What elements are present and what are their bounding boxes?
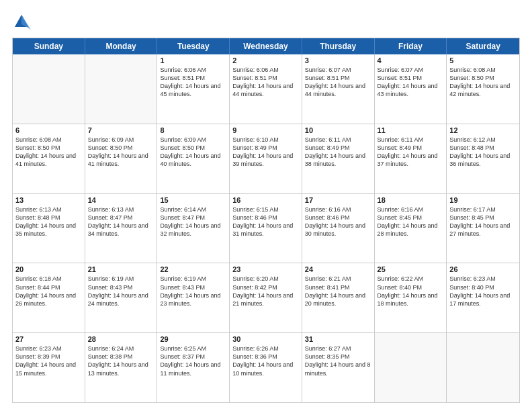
day-info: Sunrise: 6:15 AMSunset: 8:46 PMDaylight:… (232, 205, 299, 238)
day-info: Sunrise: 6:13 AMSunset: 8:47 PMDaylight:… (88, 205, 154, 238)
day-number: 4 (378, 56, 444, 64)
day-number: 18 (378, 196, 444, 204)
calendar-row-1: 6Sunrise: 6:08 AMSunset: 8:50 PMDaylight… (13, 124, 519, 193)
calendar-header: SundayMondayTuesdayWednesdayThursdayFrid… (13, 38, 519, 54)
day-number: 21 (88, 265, 154, 273)
day-info: Sunrise: 6:12 AMSunset: 8:48 PMDaylight:… (449, 136, 517, 169)
day-number: 26 (449, 265, 517, 273)
day-cell-15: 15Sunrise: 6:14 AMSunset: 8:47 PMDayligh… (157, 194, 230, 263)
day-info: Sunrise: 6:10 AMSunset: 8:49 PMDaylight:… (232, 136, 299, 169)
day-cell-5: 5Sunrise: 6:08 AMSunset: 8:50 PMDaylight… (447, 54, 519, 124)
day-info: Sunrise: 6:26 AMSunset: 8:36 PMDaylight:… (232, 345, 299, 377)
day-number: 8 (160, 126, 226, 134)
logo (12, 12, 32, 31)
day-info: Sunrise: 6:20 AMSunset: 8:42 PMDaylight:… (232, 275, 299, 308)
day-info: Sunrise: 6:16 AMSunset: 8:45 PMDaylight:… (378, 205, 444, 238)
logo-icon (12, 12, 31, 31)
day-info: Sunrise: 6:11 AMSunset: 8:49 PMDaylight:… (305, 136, 371, 169)
day-info: Sunrise: 6:18 AMSunset: 8:44 PMDaylight:… (15, 275, 82, 308)
day-number: 17 (305, 196, 371, 204)
day-info: Sunrise: 6:19 AMSunset: 8:43 PMDaylight:… (160, 275, 226, 308)
day-info: Sunrise: 6:06 AMSunset: 8:51 PMDaylight:… (160, 66, 226, 99)
day-number: 9 (232, 126, 299, 134)
day-cell-18: 18Sunrise: 6:16 AMSunset: 8:45 PMDayligh… (375, 194, 447, 263)
day-info: Sunrise: 6:09 AMSunset: 8:50 PMDaylight:… (88, 136, 154, 169)
day-number: 25 (378, 265, 444, 273)
day-cell-14: 14Sunrise: 6:13 AMSunset: 8:47 PMDayligh… (85, 194, 158, 263)
day-number: 31 (305, 335, 371, 343)
day-cell-7: 7Sunrise: 6:09 AMSunset: 8:50 PMDaylight… (85, 124, 158, 193)
day-number: 27 (15, 335, 82, 343)
empty-cell (13, 54, 85, 124)
day-number: 3 (305, 56, 371, 64)
day-info: Sunrise: 6:17 AMSunset: 8:45 PMDaylight:… (449, 205, 517, 238)
day-info: Sunrise: 6:27 AMSunset: 8:35 PMDaylight:… (305, 345, 371, 377)
day-info: Sunrise: 6:06 AMSunset: 8:51 PMDaylight:… (232, 66, 299, 99)
day-cell-24: 24Sunrise: 6:21 AMSunset: 8:41 PMDayligh… (302, 263, 375, 332)
day-cell-30: 30Sunrise: 6:26 AMSunset: 8:36 PMDayligh… (230, 333, 302, 402)
day-info: Sunrise: 6:07 AMSunset: 8:51 PMDaylight:… (305, 66, 371, 99)
calendar-row-2: 13Sunrise: 6:13 AMSunset: 8:48 PMDayligh… (13, 193, 519, 263)
day-info: Sunrise: 6:19 AMSunset: 8:43 PMDaylight:… (88, 275, 154, 308)
day-cell-4: 4Sunrise: 6:07 AMSunset: 8:51 PMDaylight… (375, 54, 447, 124)
day-info: Sunrise: 6:23 AMSunset: 8:40 PMDaylight:… (449, 275, 517, 308)
day-number: 6 (15, 126, 82, 134)
day-number: 11 (378, 126, 444, 134)
day-info: Sunrise: 6:07 AMSunset: 8:51 PMDaylight:… (378, 66, 444, 99)
day-number: 12 (449, 126, 517, 134)
calendar-body: 1Sunrise: 6:06 AMSunset: 8:51 PMDaylight… (13, 54, 519, 402)
day-cell-21: 21Sunrise: 6:19 AMSunset: 8:43 PMDayligh… (85, 263, 158, 332)
empty-cell (375, 333, 447, 402)
header-day-tuesday: Tuesday (157, 38, 230, 54)
header-day-thursday: Thursday (302, 38, 375, 54)
calendar-row-4: 27Sunrise: 6:23 AMSunset: 8:39 PMDayligh… (13, 332, 519, 402)
header-day-saturday: Saturday (447, 38, 519, 54)
calendar-row-3: 20Sunrise: 6:18 AMSunset: 8:44 PMDayligh… (13, 263, 519, 332)
day-number: 23 (232, 265, 299, 273)
day-number: 30 (232, 335, 299, 343)
day-number: 19 (449, 196, 517, 204)
calendar-row-0: 1Sunrise: 6:06 AMSunset: 8:51 PMDaylight… (13, 54, 519, 124)
day-info: Sunrise: 6:24 AMSunset: 8:38 PMDaylight:… (88, 345, 154, 377)
day-cell-19: 19Sunrise: 6:17 AMSunset: 8:45 PMDayligh… (447, 194, 519, 263)
day-number: 16 (232, 196, 299, 204)
header-day-monday: Monday (85, 38, 158, 54)
day-cell-2: 2Sunrise: 6:06 AMSunset: 8:51 PMDaylight… (230, 54, 302, 124)
day-number: 15 (160, 196, 226, 204)
day-cell-17: 17Sunrise: 6:16 AMSunset: 8:46 PMDayligh… (302, 194, 375, 263)
day-info: Sunrise: 6:14 AMSunset: 8:47 PMDaylight:… (160, 205, 226, 238)
page-header (12, 12, 520, 31)
day-info: Sunrise: 6:23 AMSunset: 8:39 PMDaylight:… (15, 345, 82, 377)
day-number: 13 (15, 196, 82, 204)
day-info: Sunrise: 6:25 AMSunset: 8:37 PMDaylight:… (160, 345, 226, 377)
day-number: 22 (160, 265, 226, 273)
day-cell-1: 1Sunrise: 6:06 AMSunset: 8:51 PMDaylight… (157, 54, 230, 124)
day-cell-29: 29Sunrise: 6:25 AMSunset: 8:37 PMDayligh… (157, 333, 230, 402)
day-info: Sunrise: 6:16 AMSunset: 8:46 PMDaylight:… (305, 205, 371, 238)
header-day-friday: Friday (375, 38, 447, 54)
day-info: Sunrise: 6:13 AMSunset: 8:48 PMDaylight:… (15, 205, 82, 238)
day-number: 10 (305, 126, 371, 134)
day-cell-20: 20Sunrise: 6:18 AMSunset: 8:44 PMDayligh… (13, 263, 85, 332)
day-number: 2 (232, 56, 299, 64)
empty-cell (447, 333, 519, 402)
day-cell-25: 25Sunrise: 6:22 AMSunset: 8:40 PMDayligh… (375, 263, 447, 332)
day-info: Sunrise: 6:08 AMSunset: 8:50 PMDaylight:… (449, 66, 517, 99)
calendar: SundayMondayTuesdayWednesdayThursdayFrid… (12, 38, 520, 403)
day-cell-11: 11Sunrise: 6:11 AMSunset: 8:49 PMDayligh… (375, 124, 447, 193)
day-number: 29 (160, 335, 226, 343)
day-number: 14 (88, 196, 154, 204)
day-number: 28 (88, 335, 154, 343)
header-day-wednesday: Wednesday (230, 38, 302, 54)
day-cell-6: 6Sunrise: 6:08 AMSunset: 8:50 PMDaylight… (13, 124, 85, 193)
day-cell-9: 9Sunrise: 6:10 AMSunset: 8:49 PMDaylight… (230, 124, 302, 193)
empty-cell (85, 54, 158, 124)
day-cell-22: 22Sunrise: 6:19 AMSunset: 8:43 PMDayligh… (157, 263, 230, 332)
day-cell-31: 31Sunrise: 6:27 AMSunset: 8:35 PMDayligh… (302, 333, 375, 402)
day-info: Sunrise: 6:21 AMSunset: 8:41 PMDaylight:… (305, 275, 371, 308)
day-info: Sunrise: 6:09 AMSunset: 8:50 PMDaylight:… (160, 136, 226, 169)
day-info: Sunrise: 6:08 AMSunset: 8:50 PMDaylight:… (15, 136, 82, 169)
day-cell-8: 8Sunrise: 6:09 AMSunset: 8:50 PMDaylight… (157, 124, 230, 193)
day-cell-13: 13Sunrise: 6:13 AMSunset: 8:48 PMDayligh… (13, 194, 85, 263)
day-info: Sunrise: 6:11 AMSunset: 8:49 PMDaylight:… (378, 136, 444, 169)
